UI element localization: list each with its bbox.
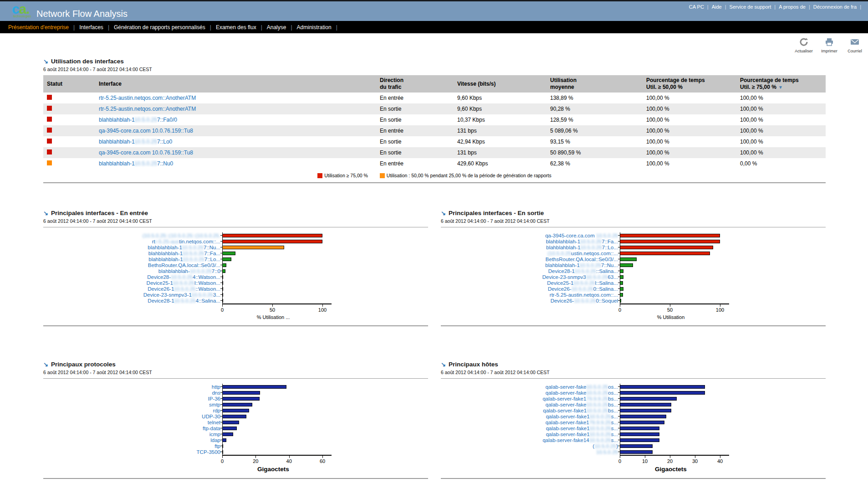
chart-category-label[interactable]: BethsRouter.QA.local::Se0/3/...: [43, 262, 220, 268]
chart-category-label[interactable]: qalab-server-fake1410.5.0.25s...: [441, 437, 618, 443]
chart-row: rtr-5.25-austin.netqos.com::...: [43, 238, 428, 244]
nav-item-0[interactable]: Présentation d'entreprise: [8, 24, 69, 31]
chart-category-label[interactable]: blahblahblah-110.5.0.257::Nu...: [43, 245, 220, 250]
chart-category-label[interactable]: rtr-5.25-austin.netqos.com::...: [43, 239, 220, 244]
nav-item-2[interactable]: Génération de rapports personnalisés: [114, 24, 205, 31]
divider: [43, 325, 428, 326]
chart-bar: [620, 275, 623, 279]
header-link-4[interactable]: Déconnexion de fra: [813, 4, 857, 10]
chart-category-label[interactable]: qalab-server-fake10.5.0.25os...: [441, 390, 618, 396]
actualiser-button[interactable]: Actualiser: [793, 37, 814, 53]
redacted-text: 10.5.0.25: [579, 262, 601, 268]
chart-category-label[interactable]: Device-23-snmpv310.5.0.2563...: [441, 274, 618, 280]
courriel-button[interactable]: Courriel: [844, 37, 865, 53]
interface-link[interactable]: blahblahblah-110.5.0.257::Fa0/0: [99, 117, 177, 123]
chart-category-label[interactable]: qalab-server-fake110.5.0.25s...: [441, 414, 618, 419]
refresh-icon: [799, 37, 808, 48]
chart-category-label[interactable]: blahblahblah-110.5.0.257::Nu...: [441, 262, 618, 268]
header-link-3[interactable]: A propos de: [779, 4, 806, 10]
chart-category-label[interactable]: icmp: [43, 432, 220, 437]
column-header-3[interactable]: Vitesse (bits/s): [454, 75, 546, 93]
chart-category-label[interactable]: qalab-server-fake179.9.9.25s...: [441, 420, 618, 425]
interface-utilization-section: ↘Utilisation des interfaces 6 août 2012 …: [43, 57, 826, 183]
chart-category-label[interactable]: qa-3945-core.ca.com 10.5.0.25: [441, 233, 618, 238]
column-header-2[interactable]: Directiondu trafic: [376, 75, 454, 93]
chart-category-label[interactable]: qalab-server-fake110.5.0.25s...: [441, 432, 618, 437]
pct75-cell: 100,00 %: [736, 103, 826, 114]
chart-category-label[interactable]: TCP-3500: [43, 449, 220, 455]
nav-item-4[interactable]: Analyse: [267, 24, 286, 31]
chart-category-label[interactable]: http: [43, 384, 220, 390]
chart-category-label[interactable]: ftp: [43, 443, 220, 449]
table-row: blahblahblah-110.5.0.257::Nu0En entrée42…: [43, 158, 826, 169]
chart-category-label[interactable]: Device25-110.5.0.25l::Watson...: [43, 280, 220, 286]
chart-category-label[interactable]: ldap: [43, 437, 220, 443]
chart-category-label[interactable]: blahblahblah-110.5.0.257::Fa...: [43, 251, 220, 256]
chart-row: Device25-110.5.0.25l::Salina...: [441, 280, 826, 286]
chart-category-label[interactable]: rdp: [43, 408, 220, 413]
interface-link[interactable]: blahblahblah-110.5.0.257::Nu0: [99, 160, 173, 167]
chart-bar: [620, 409, 671, 412]
chart-category-label[interactable]: Device-23-snmpv3-110.5.0.253...: [43, 292, 220, 298]
chart-category-label[interactable]: (10.5.0.25): [441, 443, 618, 449]
nav-item-5[interactable]: Administration: [297, 24, 332, 31]
ca-logo[interactable]: ca. technologies: [12, 2, 31, 18]
chart-category-label[interactable]: smtp: [43, 402, 220, 407]
chart-category-label[interactable]: Device26-110.5.0.25::Watson...: [43, 286, 220, 292]
section-arrow-icon[interactable]: ↘: [43, 210, 48, 216]
chart-category-label[interactable]: qalab-server-fake179.9.9.25bs...: [441, 396, 618, 401]
chart-category-label[interactable]: Device26-10.5.0.250::Salina...: [441, 286, 618, 292]
chart-category-label[interactable]: IP-36: [43, 396, 220, 401]
chart-plot: qalab-server-fake10.5.0.25os...qalab-ser…: [441, 384, 826, 455]
interface-link[interactable]: qa-3945-core.ca.com 10.0.76.159::Tu8: [99, 128, 193, 134]
interface-link[interactable]: blahblahblah-110.5.0.257::Lo0: [99, 139, 172, 145]
header-link-1[interactable]: Aide: [712, 4, 722, 10]
table-row: qa-3945-core.ca.com 10.0.76.159::Tu8En e…: [43, 125, 826, 136]
section-arrow-icon[interactable]: ↘: [441, 210, 446, 216]
nav-item-1[interactable]: Interfaces: [79, 24, 103, 31]
header-link-2[interactable]: Service de support: [730, 4, 771, 10]
chart-category-label[interactable]: UDP-30: [43, 414, 220, 419]
chart-category-label[interactable]: BethsRouter.QA.local::Se0/3/...: [441, 257, 618, 262]
chart-category-label[interactable]: blahblahblah-110.5.0.257::Fa...: [441, 239, 618, 244]
chart-category-label[interactable]: qalab-server-fake10.5.0.25os...: [441, 384, 618, 390]
interface-link[interactable]: qa-3945-core.ca.com 10.0.76.159::Tu8: [99, 149, 193, 156]
chart-category-label[interactable]: blahblahblah-110.5.0.257::Lo...: [441, 245, 618, 250]
chart-category-label[interactable]: Device28-110.5.0.254::Salina...: [43, 298, 220, 303]
chart-category-label[interactable]: blahblahblah-110.5.0.257::Lo...: [43, 257, 220, 262]
chart-bar: [222, 403, 252, 406]
chart-category-label[interactable]: (10.5.0.25ustin.netqos.com::...: [441, 251, 618, 256]
chart-category-label[interactable]: Device28-110.5.0.25::Salina...: [441, 268, 618, 274]
chart-category-label[interactable]: dns: [43, 390, 220, 396]
chart-category-label[interactable]: 10.5.0.25: [441, 449, 618, 455]
section-arrow-icon[interactable]: ↘: [43, 361, 48, 368]
chart-row: Device26-10.5.0.250::Salina...: [441, 286, 826, 292]
chart-category-label[interactable]: telnet: [43, 420, 220, 425]
section-arrow-icon[interactable]: ↘: [43, 58, 48, 65]
status-cell: [43, 147, 95, 158]
column-header-0[interactable]: Statut: [43, 75, 95, 93]
sort-desc-icon[interactable]: ▼: [778, 85, 783, 90]
interface-link[interactable]: rtr-5.25-austin.netqos.com::AnotherATM: [99, 106, 196, 112]
chart-category-label[interactable]: rtr-5.25-austin.netqos.com::...: [441, 292, 618, 298]
column-header-1[interactable]: Interface: [95, 75, 376, 93]
status-cell: [43, 103, 95, 114]
column-header-5[interactable]: Pourcentage de tempsUtil. ≥ 50,00 %: [643, 75, 736, 93]
header-link-0[interactable]: CA PC: [689, 4, 704, 10]
column-header-4[interactable]: Utilisationmoyenne: [546, 75, 643, 93]
chart-category-label[interactable]: (10.5.0.25::(10.5.0.25::(10.5.0.25.: [43, 233, 220, 238]
chart-category-label[interactable]: blahblahblah-10.5.0.257::0: [43, 268, 220, 274]
chart-category-label[interactable]: ftp-data: [43, 426, 220, 431]
chart-category-label[interactable]: qalab-server-fake10.5.0.25bs...: [441, 402, 618, 407]
chart-category-label[interactable]: Device28-10.5.0.254::Watson...: [43, 274, 220, 280]
nav-item-3[interactable]: Examen des flux: [216, 24, 256, 31]
imprimer-button[interactable]: Imprimer: [819, 37, 840, 53]
separator: |: [725, 4, 726, 10]
chart-category-label[interactable]: qalab-server-fake110.5.0.25s...: [441, 426, 618, 431]
section-arrow-icon[interactable]: ↘: [441, 361, 446, 368]
interface-link[interactable]: rtr-5.25-austin.netqos.com::AnotherATM: [99, 95, 196, 101]
column-header-6[interactable]: Pourcentage de tempsUtil. ≥ 75,00 %▼: [736, 75, 826, 93]
chart-category-label[interactable]: Device26-10.5.0.250::Soquel: [441, 298, 618, 303]
chart-category-label[interactable]: qalab-server-fake110.5.0.25bs...: [441, 408, 618, 413]
chart-category-label[interactable]: Device25-110.5.0.25l::Salina...: [441, 280, 618, 286]
